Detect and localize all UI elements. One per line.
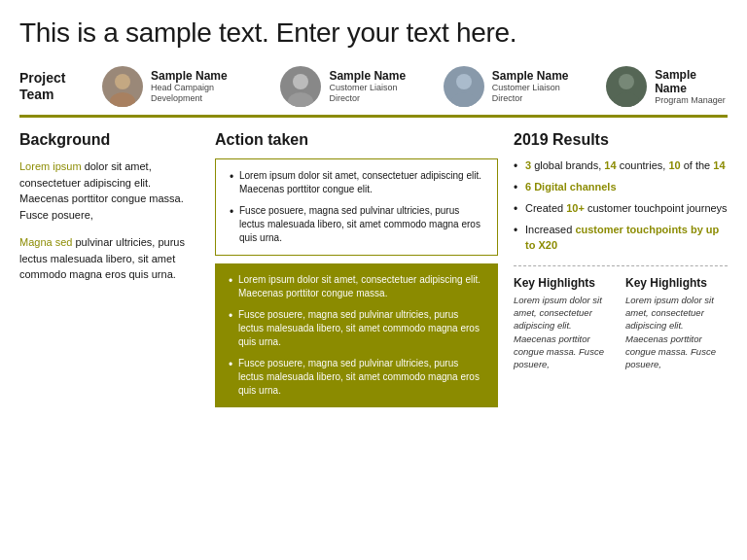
highlight-body-2: Lorem ipsum dolor sit amet, consectetuer… [625, 294, 728, 371]
svg-point-4 [456, 74, 472, 89]
svg-point-3 [288, 92, 313, 107]
col-results: 2019 Results 3 global brands, 14 countri… [514, 131, 728, 407]
results-list: 3 global brands, 14 countries, 10 of the… [514, 158, 728, 254]
team-member-3: Sample Name Customer Liaison Director [444, 66, 588, 107]
svg-point-7 [614, 92, 639, 107]
background-heading: Background [19, 131, 199, 149]
team-member-2: Sample Name Customer Liaison Director [280, 66, 425, 107]
action-yellow-bullet-2: Fusce posuere, magna sed pulvinar ultric… [227, 308, 486, 349]
action-heading: Action taken [215, 131, 498, 149]
team-member-4: Sample Name Program Manager [606, 66, 728, 107]
svg-point-6 [619, 74, 634, 89]
action-yellow-bullet-3: Fusce posuere, magna sed pulvinar ultric… [227, 357, 486, 398]
result-item-3: Created 10+ customer touchpoint journeys [514, 201, 728, 217]
member-info-1: Sample Name Head Campaign Development [151, 69, 263, 104]
member-name-4: Sample Name [655, 68, 728, 95]
member-name-2: Sample Name [329, 69, 425, 83]
svg-point-1 [110, 92, 135, 107]
svg-point-0 [115, 74, 130, 89]
team-members: Sample Name Head Campaign Development Sa… [102, 66, 728, 107]
action-yellow-bullet-1: Lorem ipsum dolor sit amet, consectetuer… [227, 273, 486, 300]
bg-yellow-2: Magna sed [19, 236, 72, 248]
col-background: Background Lorem ipsum dolor sit amet, c… [19, 131, 199, 407]
action-white-bullet-2: Fusce posuere, magna sed pulvinar ultric… [228, 204, 485, 245]
svg-point-5 [451, 92, 477, 107]
col-action: Action taken Lorem ipsum dolor sit amet,… [215, 131, 498, 407]
highlight-body-1: Lorem ipsum dolor sit amet, consectetuer… [514, 294, 616, 371]
action-box-white: Lorem ipsum dolor sit amet, consectetuer… [215, 158, 498, 256]
results-heading: 2019 Results [514, 131, 728, 149]
member-role-2: Customer Liaison Director [329, 83, 425, 104]
main-title: This is a sample text. Enter your text h… [19, 18, 728, 49]
member-info-2: Sample Name Customer Liaison Director [329, 69, 425, 104]
avatar-1 [102, 66, 143, 107]
background-para1: Lorem ipsum dolor sit amet, consectetuer… [19, 158, 199, 223]
action-box-yellow: Lorem ipsum dolor sit amet, consectetuer… [215, 263, 498, 407]
member-role-1: Head Campaign Development [151, 83, 263, 104]
highlight-title-2: Key Highlights [625, 276, 728, 290]
results-divider [514, 265, 728, 266]
background-para2: Magna sed pulvinar ultricies, purus lect… [19, 234, 199, 283]
highlights-grid: Key Highlights Lorem ipsum dolor sit ame… [514, 276, 728, 371]
team-section: ProjectTeam Sample Name Head Campaign De… [19, 66, 728, 107]
svg-point-2 [293, 74, 308, 89]
team-member-1: Sample Name Head Campaign Development [102, 66, 263, 107]
section-divider [19, 115, 728, 118]
page-wrapper: This is a sample text. Enter your text h… [0, 0, 747, 417]
member-name-1: Sample Name [151, 69, 263, 83]
content-grid: Background Lorem ipsum dolor sit amet, c… [19, 131, 728, 407]
bg-yellow-1: Lorem ipsum [19, 160, 82, 172]
member-role-4: Program Manager [655, 95, 728, 106]
avatar-4 [606, 66, 647, 107]
result-item-4: Increased customer touchpoints by up to … [514, 223, 728, 254]
member-role-3: Customer Liaison Director [492, 83, 588, 104]
member-info-3: Sample Name Customer Liaison Director [492, 69, 588, 104]
highlight-block-2: Key Highlights Lorem ipsum dolor sit ame… [625, 276, 728, 371]
team-label: ProjectTeam [19, 70, 92, 103]
result-item-2: 6 Digital channels [514, 180, 728, 195]
highlight-block-1: Key Highlights Lorem ipsum dolor sit ame… [514, 276, 616, 371]
highlight-title-1: Key Highlights [514, 276, 616, 290]
result-item-1: 3 global brands, 14 countries, 10 of the… [514, 158, 728, 174]
action-white-bullet-1: Lorem ipsum dolor sit amet, consectetuer… [228, 169, 485, 196]
member-info-4: Sample Name Program Manager [655, 68, 728, 106]
avatar-2 [280, 66, 321, 107]
avatar-3 [444, 66, 484, 107]
member-name-3: Sample Name [492, 69, 588, 83]
